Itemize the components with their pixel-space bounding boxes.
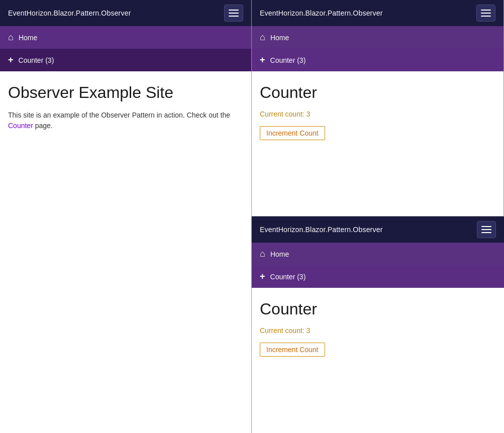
left-browser-panel: EventHorizon.Blazor.Pattern.Observer Hom… [0, 0, 252, 433]
hamburger-line-2 [229, 13, 239, 14]
counter-icon [8, 55, 14, 65]
hamburger-line-1 [481, 226, 491, 227]
left-nav-home[interactable]: Home [0, 26, 251, 49]
right-top-nav-counter-label: Counter (3) [270, 56, 306, 64]
hamburger-line-2 [481, 229, 491, 230]
left-hamburger-button[interactable] [224, 5, 243, 22]
right-bottom-hamburger-button[interactable] [477, 221, 496, 238]
right-top-nav-home[interactable]: Home [252, 26, 503, 49]
right-bottom-current-count: Current count: 3 [260, 327, 496, 335]
hamburger-line-3 [481, 16, 491, 17]
home-icon [8, 32, 14, 43]
counter-link[interactable]: Counter [8, 122, 33, 130]
right-top-sidenav: Home Counter (3) [252, 26, 503, 71]
right-bottom-nav-counter[interactable]: Counter (3) [252, 265, 504, 288]
right-top-nav-counter[interactable]: Counter (3) [252, 49, 503, 71]
right-bottom-panel: EventHorizon.Blazor.Pattern.Observer Hom… [252, 216, 504, 433]
right-bottom-brand: EventHorizon.Blazor.Pattern.Observer [260, 226, 383, 234]
hamburger-line-1 [229, 10, 239, 11]
right-top-hamburger-button[interactable] [476, 5, 495, 22]
left-nav-home-label: Home [19, 34, 37, 42]
right-top-brand: EventHorizon.Blazor.Pattern.Observer [260, 9, 383, 17]
right-bottom-nav-counter-label: Counter (3) [270, 273, 306, 281]
home-intro-after: page. [33, 122, 53, 130]
hamburger-line-1 [481, 10, 491, 11]
right-bottom-content-counter: Counter Current count: 3 Increment Count [252, 288, 504, 433]
right-top-panel: EventHorizon.Blazor.Pattern.Observer Hom… [252, 0, 504, 216]
right-bottom-navbar: EventHorizon.Blazor.Pattern.Observer [252, 216, 504, 243]
left-nav-counter[interactable]: Counter (3) [0, 49, 251, 71]
home-intro-text: This site is an example of the Observer … [8, 110, 243, 131]
right-top-content-counter: Counter Current count: 3 Increment Count [252, 71, 503, 216]
home-icon-rt [260, 32, 265, 43]
counter-icon-rb [260, 271, 265, 282]
home-icon-rb [260, 249, 265, 259]
counter-icon-rt [260, 55, 265, 65]
hamburger-line-3 [229, 16, 239, 17]
right-bottom-increment-button[interactable]: Increment Count [260, 343, 325, 357]
right-bottom-nav-home[interactable]: Home [252, 243, 504, 265]
left-nav-counter-label: Counter (3) [19, 56, 54, 64]
home-intro-before: This site is an example of the Observer … [8, 111, 230, 119]
right-bottom-counter-title: Counter [260, 300, 496, 318]
right-top-increment-button[interactable]: Increment Count [260, 126, 325, 140]
home-page-title: Observer Example Site [8, 83, 243, 102]
right-column: EventHorizon.Blazor.Pattern.Observer Hom… [252, 0, 504, 433]
left-brand: EventHorizon.Blazor.Pattern.Observer [8, 9, 131, 17]
hamburger-line-3 [481, 232, 491, 233]
right-top-navbar: EventHorizon.Blazor.Pattern.Observer [252, 0, 503, 26]
right-bottom-sidenav: Home Counter (3) [252, 243, 504, 288]
right-bottom-nav-home-label: Home [270, 250, 289, 258]
left-sidenav: Home Counter (3) [0, 26, 251, 71]
left-navbar: EventHorizon.Blazor.Pattern.Observer [0, 0, 251, 26]
right-top-nav-home-label: Home [270, 34, 289, 42]
hamburger-line-2 [481, 13, 491, 14]
right-top-counter-title: Counter [260, 83, 495, 102]
right-top-current-count: Current count: 3 [260, 110, 495, 118]
left-content-home: Observer Example Site This site is an ex… [0, 71, 251, 433]
